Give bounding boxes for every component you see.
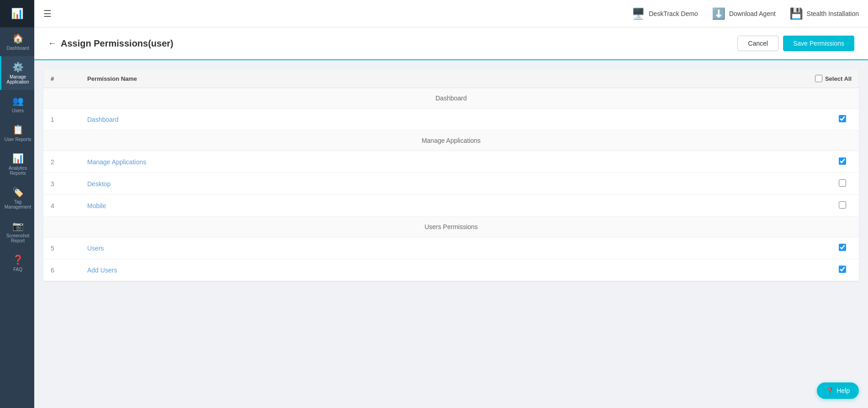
table-row: 5 Users — [43, 237, 859, 259]
manage-app-icon: ⚙️ — [12, 62, 24, 73]
permission-checkbox-cell — [777, 173, 859, 195]
download-icon: ⬇️ — [712, 7, 726, 20]
row-number: 6 — [43, 259, 80, 281]
section-row: Users Permissions — [43, 217, 859, 237]
page-title-area: ← Assign Permissions(user) — [48, 38, 174, 49]
table-row: 3 Desktop — [43, 173, 859, 195]
header-buttons: Cancel Save Permissions — [737, 36, 854, 51]
tag-icon: 🏷️ — [12, 187, 24, 198]
section-row: Manage Applications — [43, 131, 859, 151]
stealth-install-action[interactable]: 💾 Stealth Installation — [789, 7, 859, 20]
permission-checkbox-cell — [777, 151, 859, 173]
select-all-label: Select All — [825, 75, 852, 82]
sidebar-item-label: User Reports — [5, 137, 32, 142]
main-wrapper: ☰ 🖥️ DeskTrack Demo ⬇️ Download Agent 💾 … — [34, 0, 868, 408]
stealth-label: Stealth Installation — [807, 10, 859, 17]
row-number: 5 — [43, 237, 80, 259]
stealth-icon: 💾 — [789, 7, 803, 20]
row-number: 2 — [43, 151, 80, 173]
row-number: 1 — [43, 109, 80, 131]
table-row: 2 Manage Applications — [43, 151, 859, 173]
section-row: Dashboard — [43, 88, 859, 109]
permission-name: Mobile — [80, 195, 777, 217]
download-agent-action[interactable]: ⬇️ Download Agent — [712, 7, 776, 20]
save-permissions-button[interactable]: Save Permissions — [783, 36, 854, 51]
permission-name: Manage Applications — [80, 151, 777, 173]
permission-checkbox-cell — [777, 109, 859, 131]
sidebar-item-label: FAQ — [13, 267, 22, 272]
col-permission-name: Permission Name — [80, 69, 777, 88]
row-number: 3 — [43, 173, 80, 195]
section-title: Users Permissions — [43, 217, 859, 237]
sidebar-logo: 📊 — [0, 0, 34, 27]
user-reports-icon: 📋 — [12, 124, 24, 135]
sidebar-item-label: Manage Application — [3, 74, 32, 84]
sidebar-item-label: Users — [12, 108, 24, 113]
help-label: Help — [836, 387, 850, 394]
table-row: 1 Dashboard — [43, 109, 859, 131]
table-row: 4 Mobile — [43, 195, 859, 217]
topbar: ☰ 🖥️ DeskTrack Demo ⬇️ Download Agent 💾 … — [34, 0, 868, 27]
permissions-table: # Permission Name Select All Dashboard 1 — [43, 69, 859, 281]
sidebar-item-users[interactable]: 👥 Users — [0, 90, 34, 119]
back-arrow[interactable]: ← — [48, 39, 56, 48]
users-icon: 👥 — [12, 95, 24, 106]
permission-name: Users — [80, 237, 777, 259]
permission-checkbox[interactable] — [839, 157, 846, 165]
table-row: 6 Add Users — [43, 259, 859, 281]
permission-name: Add Users — [80, 259, 777, 281]
topbar-actions: 🖥️ DeskTrack Demo ⬇️ Download Agent 💾 St… — [631, 7, 859, 20]
desktrack-action[interactable]: 🖥️ DeskTrack Demo — [631, 7, 698, 20]
sidebar-item-faq[interactable]: ❓ FAQ — [0, 249, 34, 277]
permission-checkbox[interactable] — [839, 244, 846, 251]
permissions-table-container: # Permission Name Select All Dashboard 1 — [43, 69, 859, 281]
help-icon: ❓ — [826, 387, 834, 394]
desktrack-icon: 🖥️ — [631, 7, 645, 20]
menu-icon[interactable]: ☰ — [43, 8, 52, 19]
permission-checkbox[interactable] — [839, 179, 846, 187]
permission-checkbox[interactable] — [839, 266, 846, 273]
dashboard-icon: 🏠 — [12, 33, 24, 44]
desktrack-label: DeskTrack Demo — [649, 10, 698, 17]
page-content: ← Assign Permissions(user) Cancel Save P… — [34, 27, 868, 408]
permission-name: Desktop — [80, 173, 777, 195]
permission-checkbox-cell — [777, 195, 859, 217]
row-number: 4 — [43, 195, 80, 217]
sidebar-item-manage-application[interactable]: ⚙️ Manage Application — [0, 56, 34, 90]
sidebar-item-label: Dashboard — [7, 46, 29, 51]
analytics-icon: 📊 — [12, 153, 24, 164]
permission-checkbox[interactable] — [839, 201, 846, 209]
section-title: Dashboard — [43, 88, 859, 109]
page-header: ← Assign Permissions(user) Cancel Save P… — [34, 27, 868, 60]
sidebar-item-user-reports[interactable]: 📋 User Reports — [0, 119, 34, 147]
sidebar-item-screenshot-report[interactable]: 📷 Screenshot Report — [0, 215, 34, 249]
sidebar-item-tag-management[interactable]: 🏷️ Tag Management — [0, 181, 34, 215]
page-title: Assign Permissions(user) — [61, 38, 174, 49]
select-all-checkbox[interactable] — [815, 75, 822, 82]
download-label: Download Agent — [729, 10, 776, 17]
permission-checkbox-cell — [777, 237, 859, 259]
col-number: # — [43, 69, 80, 88]
sidebar-item-label: Tag Management — [3, 199, 32, 209]
sidebar: 📊 🏠 Dashboard ⚙️ Manage Application 👥 Us… — [0, 0, 34, 408]
col-select-all: Select All — [777, 69, 859, 88]
section-title: Manage Applications — [43, 131, 859, 151]
permission-name: Dashboard — [80, 109, 777, 131]
cancel-button[interactable]: Cancel — [737, 36, 779, 51]
help-button[interactable]: ❓ Help — [817, 382, 859, 399]
permission-checkbox[interactable] — [839, 115, 846, 122]
sidebar-item-dashboard[interactable]: 🏠 Dashboard — [0, 27, 34, 56]
sidebar-item-label: Analytics Reports — [3, 166, 32, 176]
sidebar-item-label: Screenshot Report — [3, 233, 32, 243]
logo-icon: 📊 — [11, 8, 23, 20]
faq-icon: ❓ — [12, 254, 24, 265]
permission-checkbox-cell — [777, 259, 859, 281]
sidebar-item-analytics-reports[interactable]: 📊 Analytics Reports — [0, 147, 34, 181]
screenshot-icon: 📷 — [12, 220, 24, 231]
